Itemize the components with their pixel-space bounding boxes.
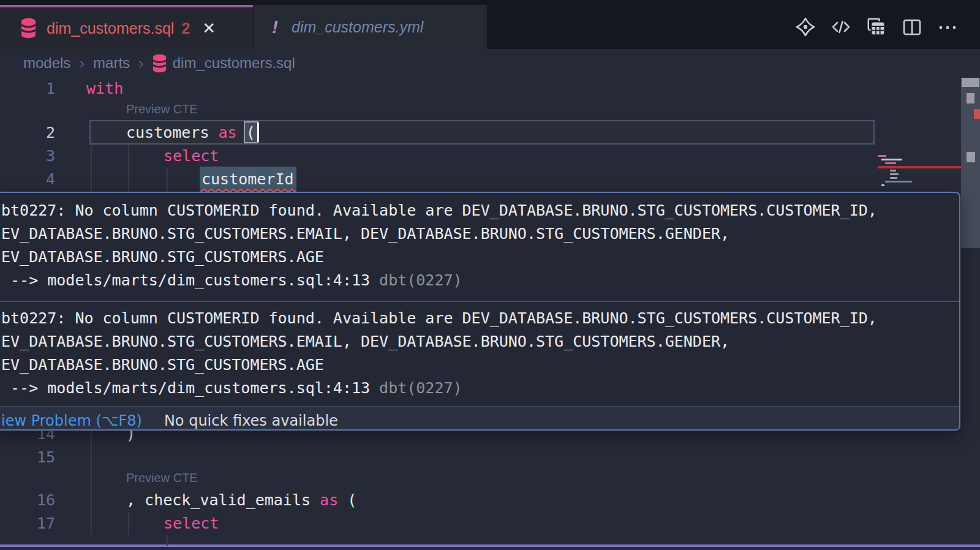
- database-icon: [153, 54, 167, 73]
- error-message-block: bt0227: No column CUSTOMERID found. Avai…: [0, 302, 959, 406]
- tab-bar: dim_customers.sql 2 ✕ ! dim_customers.ym…: [0, 0, 980, 49]
- error-text: EV_DATABASE.BRUNO.STG_CUSTOMERS.AGE: [1, 246, 959, 269]
- overview-marker: [967, 93, 974, 104]
- overview-marker: [967, 152, 975, 162]
- error-text: EV_DATABASE.BRUNO.STG_CUSTOMERS.EMAIL, D…: [1, 330, 959, 353]
- breadcrumb-item-models[interactable]: models: [23, 55, 70, 72]
- code-icon[interactable]: [831, 17, 851, 37]
- line-number: 1: [18, 77, 55, 100]
- line-number: 4: [18, 168, 55, 191]
- line-number-current: 2: [18, 121, 55, 145]
- tab-dim-customers-yml[interactable]: ! dim_customers.yml: [254, 5, 487, 49]
- code-line-16: , check_valid_emails as (: [126, 489, 356, 512]
- database-icon: [21, 18, 36, 39]
- error-code: dbt(0227): [379, 379, 462, 397]
- vscode-window: { "colors": { "keyword_pink": "#f2509e",…: [0, 0, 980, 550]
- code-line-17: select: [164, 512, 219, 535]
- line-number: 15: [18, 446, 55, 469]
- tab-filename: dim_customers.sql: [47, 20, 174, 37]
- line-number: 16: [18, 489, 55, 512]
- indent-guide: [167, 535, 168, 546]
- error-code: dbt(0227): [379, 271, 462, 289]
- line-number: 17: [18, 512, 55, 535]
- error-hover-popup: bt0227: No column CUSTOMERID found. Avai…: [0, 192, 960, 431]
- more-actions-icon[interactable]: [937, 17, 958, 37]
- window-bottom-border: [0, 544, 980, 547]
- close-icon[interactable]: ✕: [202, 19, 216, 38]
- code-line-2: customers as (: [126, 121, 255, 145]
- overview-error-marker: [974, 109, 980, 119]
- indent-guide: [167, 168, 168, 192]
- code-line-1: with: [86, 77, 123, 100]
- indent-guide: [91, 512, 92, 535]
- error-location: --> models/marts/dim_customers.sql:4:13 …: [1, 269, 959, 292]
- tab-filename: dim_customers.yml: [292, 18, 423, 36]
- scrollbar[interactable]: [961, 77, 980, 550]
- error-location: --> models/marts/dim_customers.sql:4:13 …: [1, 377, 959, 400]
- dbt-icon[interactable]: [795, 17, 816, 37]
- breadcrumb-file[interactable]: dim_customers.sql: [173, 55, 295, 72]
- error-text: bt0227: No column CUSTOMERID found. Avai…: [1, 199, 959, 222]
- breadcrumb: models › marts › dim_customers.sql: [0, 49, 980, 77]
- error-message-block: bt0227: No column CUSTOMERID found. Avai…: [0, 193, 959, 301]
- tab-dim-customers-sql[interactable]: dim_customers.sql 2 ✕: [0, 5, 253, 49]
- editor-actions: [795, 5, 958, 49]
- hover-status-bar: iew Problem (⌥F8) No quick fixes availab…: [0, 406, 959, 431]
- code-line-3: select: [164, 145, 219, 168]
- codelens-preview-cte[interactable]: Preview CTE: [126, 102, 198, 116]
- indent-guide: [128, 145, 129, 192]
- query-results-icon[interactable]: [866, 17, 887, 37]
- chevron-right-icon: ›: [138, 54, 144, 73]
- indent-guide: [91, 145, 92, 192]
- overview-marker: [962, 78, 979, 87]
- split-editor-icon[interactable]: [902, 17, 922, 37]
- warning-icon: !: [272, 17, 278, 37]
- error-text: EV_DATABASE.BRUNO.STG_CUSTOMERS.AGE: [1, 353, 959, 377]
- chevron-right-icon: ›: [79, 54, 85, 73]
- tab-badge: 2: [181, 20, 190, 37]
- text-cursor: [257, 122, 259, 142]
- error-text: bt0227: No column CUSTOMERID found. Avai…: [1, 307, 959, 330]
- codelens-preview-cte[interactable]: Preview CTE: [126, 470, 198, 485]
- error-text: EV_DATABASE.BRUNO.STG_CUSTOMERS.EMAIL, D…: [1, 222, 959, 246]
- view-problem-link[interactable]: iew Problem (⌥F8): [1, 412, 142, 429]
- indent-guide: [128, 512, 129, 535]
- no-quick-fixes-text: No quick fixes available: [164, 412, 338, 429]
- breadcrumb-item-marts[interactable]: marts: [93, 55, 130, 72]
- line-number: 3: [18, 145, 55, 168]
